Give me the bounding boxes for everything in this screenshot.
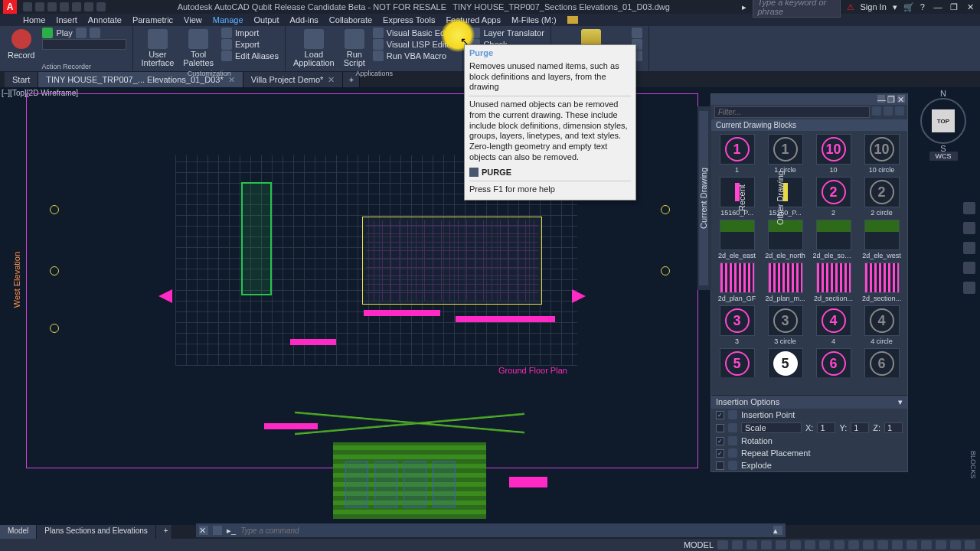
layout-add-button[interactable]: +: [156, 525, 172, 539]
user-interface-button[interactable]: UserInterface: [138, 28, 177, 69]
play-button[interactable]: Play: [41, 28, 128, 38]
cmdline-history-icon[interactable]: ▴: [773, 526, 782, 535]
scale-y-input[interactable]: 1: [851, 422, 869, 433]
tab-other-drawing[interactable]: Other Drawing: [776, 111, 785, 285]
window-minimize-button[interactable]: —: [931, 2, 945, 11]
tab-addins[interactable]: Add-ins: [290, 15, 318, 24]
cmdline-close-icon[interactable]: ✕: [199, 526, 208, 535]
view-list-icon[interactable]: [884, 106, 893, 116]
block-thumb[interactable]: 5: [763, 348, 808, 377]
block-thumb[interactable]: 2d_ele_north: [763, 220, 808, 259]
repeat-icon[interactable]: [728, 448, 737, 458]
panel-customization[interactable]: Customization: [138, 69, 279, 78]
run-vba-macro-button[interactable]: Run VBA Macro: [371, 51, 459, 61]
status-workspace-icon[interactable]: [892, 540, 903, 549]
tab-recent[interactable]: Recent: [737, 111, 746, 285]
block-thumb[interactable]: 33 circle: [763, 305, 808, 345]
sign-in-link[interactable]: Sign In: [861, 2, 887, 11]
play-opt1-icon[interactable]: [76, 28, 87, 38]
rotation-icon[interactable]: [728, 436, 737, 445]
view-thumb-icon[interactable]: [895, 106, 904, 116]
scale-z-input[interactable]: 1: [884, 422, 903, 433]
visual-basic-editor-button[interactable]: Visual Basic Editor: [371, 28, 459, 38]
view-cube[interactable]: N TOP S WCS: [920, 98, 966, 161]
export-button[interactable]: Export: [220, 39, 280, 50]
tab-extra-icon[interactable]: [567, 16, 578, 24]
status-ortho-icon[interactable]: [746, 540, 757, 549]
block-thumb[interactable]: 6: [811, 348, 856, 377]
layer-translator-button[interactable]: Layer Translator: [468, 28, 545, 38]
tab-home[interactable]: Home: [23, 15, 45, 24]
qat-new-icon[interactable]: [23, 2, 32, 11]
nav-wheel-icon[interactable]: [963, 202, 975, 214]
status-isolate-icon[interactable]: [921, 540, 932, 549]
app-store-icon[interactable]: ▾: [893, 2, 897, 12]
check-rotation[interactable]: ✓: [716, 437, 724, 445]
nav-pan-icon[interactable]: [963, 222, 975, 234]
help-icon[interactable]: ?: [920, 2, 925, 11]
viewcube-south[interactable]: S: [940, 144, 946, 153]
status-polar-icon[interactable]: [761, 540, 772, 549]
qat-open-icon[interactable]: [35, 2, 44, 11]
explode-icon[interactable]: [728, 461, 737, 470]
check-insertion-point[interactable]: ✓: [716, 411, 724, 419]
tab-manage[interactable]: Manage: [213, 15, 243, 24]
block-thumb[interactable]: 2d_plan_m...: [763, 262, 808, 302]
tab-express-tools[interactable]: Express Tools: [383, 15, 435, 24]
blocks-rail-label[interactable]: BLOCKS: [969, 451, 977, 479]
play-opt2-icon[interactable]: [90, 28, 100, 38]
block-thumb[interactable]: 2d_ele_west: [859, 220, 904, 259]
tab-featured-apps[interactable]: Featured Apps: [446, 15, 501, 24]
block-thumb[interactable]: 1010: [811, 134, 856, 174]
record-button[interactable]: Record: [5, 28, 38, 62]
tab-collaborate[interactable]: Collaborate: [329, 15, 372, 24]
scale-select[interactable]: Scale: [741, 422, 802, 433]
action-name-input[interactable]: [42, 39, 126, 50]
tab-annotate[interactable]: Annotate: [88, 15, 122, 24]
viewcube-top-face[interactable]: TOP: [932, 109, 955, 132]
layout-plans[interactable]: Plans Sections and Elevations: [37, 525, 156, 539]
status-model-toggle[interactable]: MODEL: [684, 540, 714, 549]
window-restore-button[interactable]: ❐: [947, 2, 961, 12]
search-caret-icon[interactable]: ▸: [742, 2, 746, 12]
block-thumb[interactable]: 44: [811, 305, 856, 345]
pick-point-icon[interactable]: [728, 410, 737, 419]
tab-current-drawing[interactable]: Current Drawing: [699, 111, 708, 285]
run-script-button[interactable]: RunScript: [341, 28, 368, 69]
status-cleanscreen-icon[interactable]: [950, 540, 961, 549]
status-cycling-icon[interactable]: [863, 540, 874, 549]
scale-icon[interactable]: [728, 423, 737, 432]
blocks-palette[interactable]: — ❐ ✕ Current Drawing Recent Other Drawi…: [710, 93, 908, 472]
tab-insert[interactable]: Insert: [56, 15, 77, 24]
block-thumb[interactable]: 22 circle: [859, 177, 904, 217]
status-3dosnap-icon[interactable]: [790, 540, 801, 549]
tab-parametric[interactable]: Parametric: [132, 15, 173, 24]
status-snap-icon[interactable]: [732, 540, 743, 549]
status-osnap-icon[interactable]: [776, 540, 786, 549]
purge-button[interactable]: [630, 28, 644, 38]
block-thumb[interactable]: 44 circle: [859, 305, 904, 345]
block-thumb[interactable]: 22: [811, 177, 856, 217]
block-thumb[interactable]: 6: [859, 348, 904, 377]
status-transparency-icon[interactable]: [848, 540, 859, 549]
block-thumb[interactable]: 1010 circle: [859, 134, 904, 174]
qat-save-icon[interactable]: [47, 2, 57, 11]
qat-plot-icon[interactable]: [72, 2, 81, 11]
nav-orbit-icon[interactable]: [963, 262, 975, 274]
window-close-button[interactable]: ✕: [963, 2, 977, 12]
block-thumb[interactable]: 11 circle: [763, 134, 808, 174]
qat-undo-icon[interactable]: [84, 2, 93, 11]
check-repeat[interactable]: ✓: [716, 449, 724, 458]
palette-close-icon[interactable]: ✕: [897, 95, 905, 103]
insertion-options-header[interactable]: Insertion Options: [716, 397, 779, 407]
nav-showmotion-icon[interactable]: [963, 282, 975, 294]
edit-aliases-button[interactable]: Edit Aliases: [220, 51, 280, 61]
import-button[interactable]: Import: [220, 28, 280, 38]
palette-max-icon[interactable]: ❐: [887, 95, 895, 103]
status-otrack-icon[interactable]: [805, 540, 815, 549]
tool-palettes-button[interactable]: ToolPalettes: [180, 28, 217, 69]
panel-applications[interactable]: Applications: [290, 69, 458, 78]
collapse-icon[interactable]: ▾: [898, 397, 903, 407]
status-hardware-icon[interactable]: [936, 540, 946, 549]
status-dyn-icon[interactable]: [819, 540, 830, 549]
